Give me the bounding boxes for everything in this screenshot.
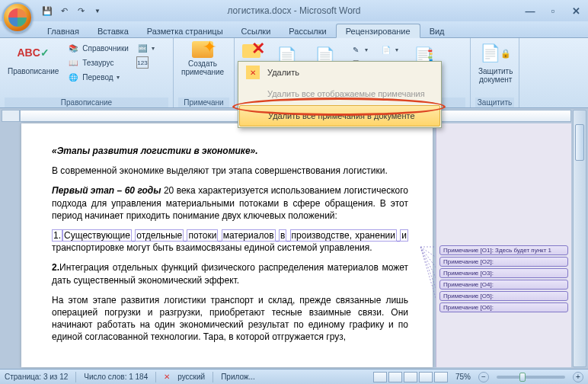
maximize-button[interactable]: ▫ — [545, 5, 561, 17]
spelling-button[interactable]: ABC✓ Правописание — [5, 40, 62, 77]
tab-view[interactable]: Вид — [420, 24, 454, 37]
books-icon: 📚 — [67, 42, 79, 54]
view-full-screen[interactable] — [388, 372, 402, 382]
thesaurus-icon: 📖 — [67, 56, 79, 69]
zoom-value[interactable]: 75% — [455, 373, 471, 381]
status-bar: Страница: 3 из 12 Число слов: 1 184 ✕ ру… — [0, 369, 588, 384]
new-comment-button[interactable]: ✦ Создать примечание — [178, 40, 227, 78]
document-page[interactable]: «Этапы развития логистики в экономике». … — [21, 123, 433, 367]
office-button[interactable] — [2, 2, 33, 33]
window-title: логистика.docx - Microsoft Word — [227, 5, 360, 16]
status-word-count[interactable]: Число слов: 1 184 — [84, 373, 148, 381]
comment-4[interactable]: Примечание [O4]: — [439, 280, 568, 290]
delete-icon: ✕ — [246, 66, 260, 79]
qat-undo-icon[interactable]: ↶ — [58, 5, 70, 17]
doc-p2: Первый этап – 60 годы 20 века характериз… — [52, 184, 408, 222]
document-area: «Этапы развития логистики в экономике». … — [0, 108, 588, 369]
delete-comment-dropdown: ✕Удалить Удалить все отображаемые примеч… — [238, 61, 442, 128]
qat-dropdown-icon[interactable]: ▼ — [91, 5, 104, 17]
status-page[interactable]: Страница: 3 из 12 — [5, 373, 68, 381]
comment-3[interactable]: Примечание [O3]: — [439, 268, 568, 278]
minimize-button[interactable]: — — [522, 5, 538, 17]
language-icon: 🔤 — [136, 42, 149, 54]
comment-2[interactable]: Примечание [O2]: — [439, 257, 568, 267]
status-language[interactable]: русский — [177, 373, 205, 381]
translate-button[interactable]: 🌐Перевод▾ — [65, 70, 131, 84]
new-comment-icon: ✦ — [192, 41, 213, 58]
view-web-layout[interactable] — [404, 372, 417, 382]
tab-references[interactable]: Ссылки — [232, 24, 280, 37]
qat-save-icon[interactable]: 💾 — [41, 5, 53, 17]
comments-pane: Примечание [O1]: Здесь будет пункт 1 При… — [436, 123, 571, 367]
word-count-button[interactable]: 123 — [134, 56, 157, 69]
dropdown-delete-all[interactable]: Удалить все примечания в документе — [239, 105, 440, 126]
comment-6[interactable]: Примечание [O6]: — [439, 302, 568, 312]
group-label-comments: Примечани — [178, 98, 229, 107]
status-attachment[interactable]: Прилож... — [221, 373, 255, 381]
thesaurus-button[interactable]: 📖Тезаурус — [65, 56, 131, 69]
tab-mailings[interactable]: Рассылки — [280, 24, 335, 37]
protect-document-button[interactable]: 📄🔒 Защитить документ — [475, 40, 516, 85]
doc-p1: В современной экономике выделяют три эта… — [52, 165, 408, 177]
accept-icon: 📄 — [380, 43, 392, 56]
research-button[interactable]: 📚Справочники — [65, 41, 131, 55]
doc-p3: На этом этапе развития логистики транспо… — [52, 294, 408, 344]
zoom-slider[interactable] — [497, 376, 565, 379]
close-button[interactable]: ✕ — [568, 5, 583, 17]
qat-redo-icon[interactable]: ↷ — [75, 5, 87, 17]
zoom-out-button[interactable]: − — [478, 372, 489, 382]
proof-icon[interactable]: ✕ — [164, 373, 170, 381]
group-label-protect: Защитить — [475, 98, 514, 107]
view-buttons — [373, 372, 448, 382]
dropdown-delete[interactable]: ✕Удалить — [238, 62, 441, 83]
tab-insert[interactable]: Вставка — [88, 24, 138, 37]
set-language-button[interactable]: 🔤▾ — [134, 41, 157, 55]
tab-page-layout[interactable]: Разметка страницы — [138, 24, 232, 37]
translate-icon: 🌐 — [67, 71, 79, 83]
doc-li2: 2.2.Интеграция отдельных функций физичес… — [52, 261, 408, 286]
pencil-icon: ✎ — [350, 43, 362, 56]
accept-button[interactable]: 📄▾ — [378, 43, 401, 56]
zoom-slider-thumb[interactable] — [519, 373, 526, 382]
ribbon-tabs: Главная Вставка Разметка страницы Ссылки… — [0, 21, 588, 38]
view-print-layout[interactable] — [373, 372, 387, 382]
scrollbar-thumb[interactable] — [575, 124, 584, 161]
view-draft[interactable] — [434, 372, 448, 382]
tracking-button[interactable]: ✎▾ — [347, 43, 370, 56]
doc-li1: 1.Существующие отдельные потоки материал… — [52, 229, 408, 254]
delete-comment-icon: ✕ — [242, 44, 260, 58]
vertical-ruler[interactable] — [2, 110, 20, 122]
doc-heading: «Этапы развития логистики в экономике». — [52, 145, 408, 157]
vertical-scrollbar[interactable] — [573, 110, 586, 367]
comment-5[interactable]: Примечание [O5]: — [439, 291, 568, 301]
count-icon: 123 — [136, 56, 149, 69]
view-outline[interactable] — [419, 372, 433, 382]
zoom-in-button[interactable]: + — [573, 372, 583, 382]
group-label-spelling: Правописание — [5, 98, 168, 107]
lock-icon: 📄🔒 — [484, 41, 508, 66]
tab-review[interactable]: Рецензирование — [336, 24, 420, 38]
tab-home[interactable]: Главная — [38, 24, 88, 37]
dropdown-delete-shown: Удалить все отображаемые примечания — [238, 83, 441, 104]
abc-check-icon: ABC✓ — [21, 41, 46, 66]
comment-1[interactable]: Примечание [O1]: Здесь будет пункт 1 — [439, 245, 568, 255]
